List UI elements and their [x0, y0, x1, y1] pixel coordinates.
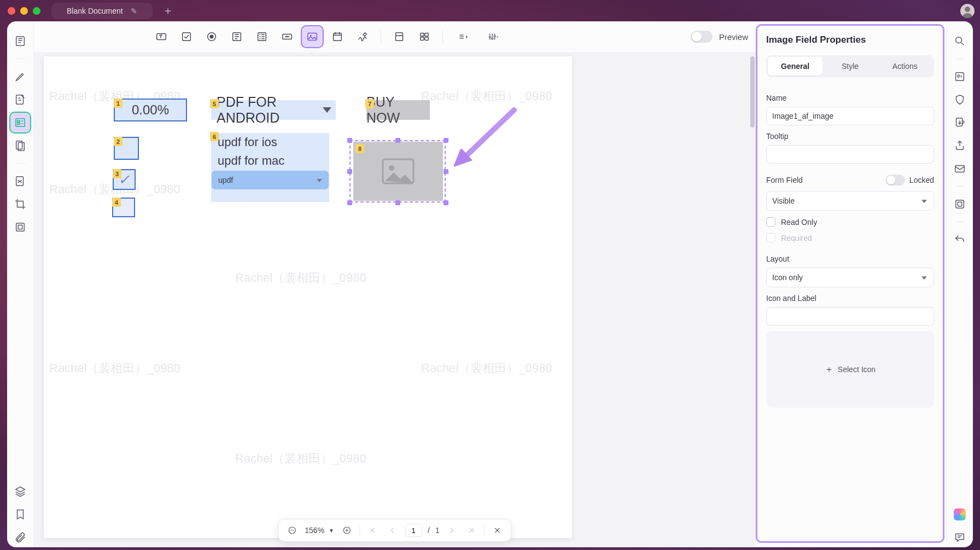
page-input[interactable]: [405, 524, 422, 537]
scrollbar-thumb[interactable]: [750, 56, 755, 128]
date-field-tool[interactable]: [327, 26, 348, 47]
distribute-tool[interactable]: [414, 26, 435, 47]
dropdown-5[interactable]: 5 PDF FOR ANDROID: [211, 100, 336, 120]
top-toolbar: Preview: [34, 21, 756, 52]
form-tool-icon[interactable]: [10, 113, 30, 132]
last-page-button[interactable]: [465, 523, 479, 537]
resize-handle[interactable]: [444, 200, 448, 205]
resize-handle[interactable]: [444, 169, 448, 174]
list-item[interactable]: updf: [211, 170, 329, 190]
resize-handle[interactable]: [347, 200, 352, 205]
layers-icon[interactable]: [10, 482, 30, 501]
crop-icon[interactable]: [10, 194, 30, 214]
tooltip-input[interactable]: [766, 145, 934, 164]
rename-icon[interactable]: ✎: [131, 7, 137, 15]
highlighter-icon[interactable]: [10, 67, 30, 86]
search-icon[interactable]: [950, 31, 970, 51]
list-item[interactable]: updf for mac: [211, 152, 329, 170]
name-input[interactable]: [766, 107, 934, 125]
minimize-window-icon[interactable]: [20, 7, 28, 15]
iconlabel-input[interactable]: [766, 307, 934, 326]
right-rail: [946, 21, 973, 547]
edit-text-icon[interactable]: [10, 90, 30, 109]
tab-style[interactable]: Style: [822, 57, 877, 76]
layout-select[interactable]: Icon only: [766, 268, 934, 287]
list-item[interactable]: updf for ios: [211, 133, 329, 152]
user-avatar[interactable]: [960, 4, 975, 18]
radio-tool[interactable]: [201, 26, 222, 47]
button-7[interactable]: 7 BUY NOW: [366, 100, 430, 120]
image-field-tool[interactable]: [302, 26, 323, 47]
preview-toggle[interactable]: [691, 31, 713, 43]
visibility-select[interactable]: Visible: [766, 191, 934, 211]
checkbox-4[interactable]: 4: [112, 198, 135, 217]
locked-toggle[interactable]: [885, 175, 905, 186]
ocr-icon[interactable]: [950, 67, 970, 86]
comment-icon[interactable]: [950, 528, 970, 547]
share-icon[interactable]: [950, 136, 970, 155]
zoom-value: 156%: [305, 526, 324, 535]
name-label: Name: [766, 94, 934, 102]
export-icon[interactable]: [950, 113, 970, 132]
resize-handle[interactable]: [395, 138, 400, 143]
preview-toggle-group: Preview: [691, 31, 748, 43]
iconlabel-label: Icon and Label: [766, 294, 934, 303]
checkbox-2[interactable]: 2: [114, 137, 139, 160]
checkbox-tool[interactable]: [176, 26, 197, 47]
image-field-8[interactable]: 8: [353, 142, 443, 201]
text-field-tool[interactable]: [151, 26, 172, 47]
email-icon[interactable]: [950, 159, 970, 178]
listbox-tool[interactable]: [252, 26, 272, 47]
document-page[interactable]: Rachel（裴相田）_0980 Rachel（裴相田）_0980 Rachel…: [44, 56, 572, 538]
attachment-icon[interactable]: [10, 528, 30, 547]
protect-icon[interactable]: [950, 90, 970, 109]
button-tool[interactable]: [277, 26, 298, 47]
svg-rect-9: [18, 225, 22, 229]
field-badge: 7: [365, 99, 374, 108]
resize-handle[interactable]: [347, 138, 352, 143]
align-tool[interactable]: [389, 26, 410, 47]
add-tab-button[interactable]: ＋: [162, 3, 173, 18]
dropdown-tool[interactable]: [226, 26, 247, 47]
reader-mode-icon[interactable]: [10, 31, 30, 51]
batch-icon[interactable]: [950, 194, 970, 214]
bookmark-icon[interactable]: [10, 505, 30, 524]
zoom-in-button[interactable]: [340, 523, 354, 537]
tab-actions[interactable]: Actions: [878, 57, 932, 76]
document-tab[interactable]: Blank Document ✎: [51, 3, 153, 19]
svg-rect-4: [18, 123, 20, 125]
zoom-out-button[interactable]: [285, 523, 299, 537]
watermark: Rachel（裴相田）_0980: [49, 360, 180, 377]
close-toolbar-button[interactable]: [491, 523, 505, 537]
prev-page-button[interactable]: [385, 523, 399, 537]
watermark: Rachel（裴相田）_0980: [421, 88, 552, 105]
compress-icon[interactable]: [10, 217, 30, 237]
close-window-icon[interactable]: [8, 7, 15, 15]
next-page-button[interactable]: [445, 523, 459, 537]
resize-handle[interactable]: [395, 200, 400, 205]
listbox-6[interactable]: 6 updf for ios updf for mac updf: [211, 133, 329, 202]
svg-rect-35: [955, 166, 965, 172]
undo-icon[interactable]: [950, 230, 970, 250]
select-icon-dropzone[interactable]: ＋ Select Icon: [766, 331, 934, 408]
readonly-checkbox[interactable]: Read Only: [766, 217, 934, 227]
signature-tool[interactable]: [352, 26, 373, 47]
button-label: BUY NOW: [366, 94, 430, 126]
vertical-scrollbar[interactable]: [749, 56, 755, 538]
order-tool[interactable]: [451, 26, 476, 47]
resize-handle[interactable]: [444, 138, 448, 143]
text-field-1[interactable]: 1 0.00%: [114, 99, 187, 121]
field-badge: 1: [114, 99, 122, 108]
ai-assistant-icon[interactable]: [950, 505, 970, 524]
canvas-area[interactable]: Rachel（裴相田）_0980 Rachel（裴相田）_0980 Rachel…: [34, 52, 756, 547]
redact-icon[interactable]: [10, 171, 30, 191]
zoom-dropdown[interactable]: 156%▼: [305, 526, 334, 535]
svg-rect-8: [16, 223, 25, 231]
resize-handle[interactable]: [347, 169, 352, 174]
checkbox-3[interactable]: 3: [113, 169, 136, 190]
maximize-window-icon[interactable]: [33, 7, 40, 15]
tab-general[interactable]: General: [768, 57, 822, 76]
form-settings-tool[interactable]: [480, 26, 505, 47]
page-organize-icon[interactable]: [10, 136, 30, 155]
first-page-button[interactable]: [365, 523, 380, 537]
